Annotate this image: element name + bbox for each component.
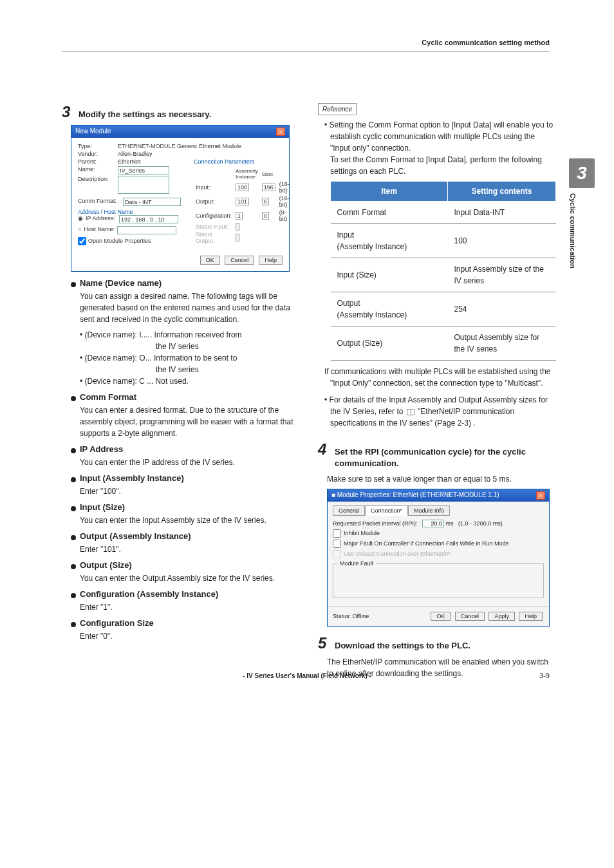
table-header-contents: Setting contents bbox=[448, 182, 556, 202]
right-column: Reference • Setting the Comm Format opti… bbox=[318, 103, 556, 679]
reference-box: Reference • Setting the Comm Format opti… bbox=[318, 103, 556, 429]
device-name-i-cont: the IV series bbox=[80, 341, 300, 352]
table-cell: Comm Format bbox=[331, 202, 448, 224]
module-fault-group: Module Fault bbox=[333, 563, 544, 598]
section-config-instance: Configuration (Assembly Instance) bbox=[80, 589, 218, 599]
apply-button[interactable]: Apply bbox=[488, 612, 515, 621]
rpi-value[interactable]: 20.0 bbox=[422, 520, 444, 527]
bullet-icon bbox=[71, 564, 76, 569]
status-input-label: Status Input: bbox=[194, 223, 234, 231]
rpi-label: Requested Packet Interval (RPI): bbox=[333, 520, 418, 527]
tab-module-info[interactable]: Module Info bbox=[408, 505, 450, 516]
page: Cyclic communication setting method 3 Cy… bbox=[0, 0, 614, 705]
step-text: Download the settings to the PLC. bbox=[335, 640, 470, 652]
major-fault-checkbox[interactable] bbox=[333, 540, 341, 548]
bullet-icon bbox=[71, 535, 76, 540]
tab-general[interactable]: General bbox=[333, 505, 365, 516]
bullet-icon bbox=[71, 593, 76, 598]
table-cell: 100 bbox=[448, 224, 556, 258]
major-fault-label: Major Fault On Controller If Connection … bbox=[344, 540, 509, 547]
conn-params-header: Connection Parameters bbox=[194, 158, 292, 165]
input-size[interactable]: 196 bbox=[262, 184, 275, 191]
section-config-size-text: Enter "0". bbox=[80, 630, 300, 642]
section-config-size: Configuration Size bbox=[80, 618, 154, 628]
ok-button[interactable]: OK bbox=[200, 256, 220, 265]
input-row-label: Input: bbox=[194, 180, 234, 194]
step-3-heading: 3 Modify the settings as necessary. bbox=[62, 103, 300, 121]
help-button[interactable]: Help bbox=[259, 256, 283, 265]
step-4-heading: 4 Set the RPI (communication cycle) for … bbox=[318, 440, 556, 469]
device-name-o-cont: the IV series bbox=[80, 364, 300, 375]
table-cell: Output (Assembly Instance) bbox=[331, 292, 448, 326]
config-row-label: Configuration: bbox=[194, 209, 234, 223]
tab-connection[interactable]: Connection* bbox=[365, 505, 408, 516]
breadcrumb: Cyclic communication setting method bbox=[422, 39, 550, 46]
config-size[interactable]: 0 bbox=[262, 212, 269, 220]
section-output-size-text: You can enter the Output Assembly size f… bbox=[80, 572, 300, 584]
section-ip: IP Address bbox=[80, 444, 123, 454]
step-text: Set the RPI (communication cycle) for th… bbox=[335, 446, 556, 469]
section-output-instance: Output (Assembly Instance) bbox=[80, 531, 191, 541]
cancel-button[interactable]: Cancel bbox=[225, 256, 254, 265]
col-assembly-instance: Assembly Instance: bbox=[234, 167, 260, 180]
book-icon bbox=[407, 409, 414, 415]
name-input[interactable]: IV_Series bbox=[118, 166, 169, 175]
status-output-field bbox=[236, 234, 239, 241]
output-instance[interactable]: 101 bbox=[236, 198, 249, 205]
step-4-subtext: Make sure to set a value longer than or … bbox=[327, 473, 556, 485]
footer: - IV Series User's Manual (Field Network… bbox=[0, 672, 614, 679]
ip-input[interactable]: 192 . 168 . 0 . 10 bbox=[119, 215, 178, 223]
unit-16bit: (16-bit) bbox=[277, 180, 292, 194]
vendor-value: Allen-Bradley bbox=[118, 151, 283, 157]
output-size[interactable]: 6 bbox=[262, 198, 269, 205]
desc-input[interactable] bbox=[118, 176, 169, 194]
hostname-input[interactable] bbox=[117, 226, 176, 234]
bullet-icon bbox=[71, 506, 76, 511]
config-instance[interactable]: 1 bbox=[236, 212, 243, 220]
open-properties-label: Open Module Properties bbox=[88, 238, 151, 244]
bullet-icon bbox=[71, 477, 76, 482]
footer-title: - IV Series User's Manual (Field Network… bbox=[243, 672, 371, 679]
cancel-button[interactable]: Cancel bbox=[455, 612, 485, 621]
help-button[interactable]: Help bbox=[519, 612, 543, 621]
step-number: 5 bbox=[318, 634, 331, 652]
section-comm-text: You can enter a desired format. Due to t… bbox=[80, 404, 300, 439]
table-cell: Output (Size) bbox=[331, 326, 448, 361]
new-module-dialog: New Module × Type:ETHERNET-MODULE Generi… bbox=[71, 125, 290, 272]
reference-item-2: • For details of the Input Assembly and … bbox=[324, 394, 556, 429]
module-properties-dialog: ■ Module Properties: EtherNet (ETHERNET-… bbox=[327, 489, 550, 627]
section-name: Name (Device name) bbox=[80, 278, 162, 288]
parent-label: Parent: bbox=[78, 158, 118, 165]
section-input-size: Input (Size) bbox=[80, 502, 125, 512]
unicast-label: Use Unicast Connection over EtherNet/IP bbox=[344, 551, 451, 557]
inhibit-checkbox[interactable] bbox=[333, 529, 341, 538]
close-icon[interactable]: × bbox=[536, 491, 545, 500]
unit-16bit-2: (16-bit) bbox=[277, 194, 292, 209]
commformat-select[interactable]: Data - INT bbox=[123, 198, 181, 206]
reference-label: Reference bbox=[318, 103, 357, 115]
section-input-size-text: You can enter the Input Assembly size of… bbox=[80, 514, 300, 526]
table-cell: Input Assembly size of the IV series bbox=[448, 258, 556, 292]
bullet-icon bbox=[71, 282, 76, 287]
rpi-range: (1.0 - 3200.0 ms) bbox=[458, 520, 503, 527]
commformat-label: Comm Format: bbox=[78, 198, 123, 206]
input-instance[interactable]: 100 bbox=[236, 184, 249, 191]
open-properties-checkbox[interactable] bbox=[78, 237, 86, 245]
section-config-instance-text: Enter "1". bbox=[80, 601, 300, 613]
step-number: 4 bbox=[318, 440, 331, 458]
dialog-title: New Module bbox=[75, 127, 111, 136]
ok-button[interactable]: OK bbox=[431, 612, 451, 621]
bullet-icon bbox=[71, 622, 76, 627]
hostname-label: Host Name: bbox=[84, 226, 117, 234]
table-cell: 254 bbox=[448, 292, 556, 326]
name-label: Name: bbox=[78, 166, 118, 175]
vendor-label: Vendor: bbox=[78, 151, 118, 157]
status-value: Offline bbox=[353, 613, 369, 619]
close-icon[interactable]: × bbox=[276, 127, 285, 136]
section-output-size: Output (Size) bbox=[80, 560, 132, 570]
dialog-title: ■ Module Properties: EtherNet (ETHERNET-… bbox=[331, 491, 499, 500]
chapter-number: 3 bbox=[569, 158, 595, 188]
desc-label: Description: bbox=[78, 176, 118, 194]
rpi-unit: ms bbox=[446, 520, 454, 527]
section-output-instance-text: Enter "101". bbox=[80, 543, 300, 555]
